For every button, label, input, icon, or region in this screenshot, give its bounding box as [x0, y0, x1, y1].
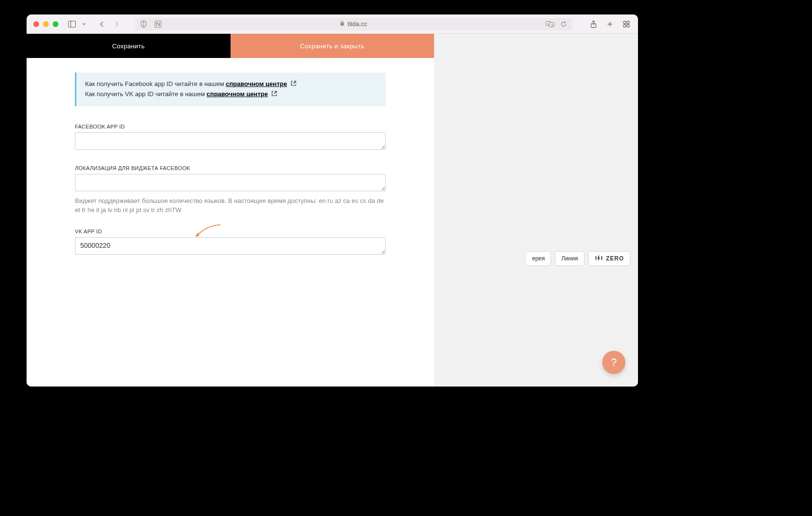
maximize-window-button[interactable]: [53, 21, 58, 27]
minimize-window-button[interactable]: [43, 21, 49, 27]
shield-icon[interactable]: [139, 19, 148, 29]
svg-line-17: [274, 91, 276, 94]
info-fb-prefix: Как получить Facebook app ID читайте в н…: [85, 80, 226, 87]
svg-rect-14: [624, 25, 626, 27]
translate-icon[interactable]: A文: [545, 19, 555, 29]
svg-rect-13: [627, 21, 629, 24]
vk-appid-input[interactable]: [75, 237, 386, 255]
info-box: Как получить Facebook app ID читайте в н…: [75, 72, 386, 106]
svg-line-16: [293, 81, 296, 84]
gallery-button[interactable]: ерея: [526, 251, 551, 266]
line-button[interactable]: Линия: [555, 251, 584, 266]
modal-body: Как получить Facebook app ID читайте в н…: [27, 58, 434, 285]
browser-toolbar: tilda.cc A文: [27, 14, 638, 34]
help-fab-label: ?: [611, 356, 617, 369]
window-controls: [33, 21, 58, 27]
svg-rect-15: [627, 25, 629, 27]
info-line-facebook: Как получить Facebook app ID читайте в н…: [85, 79, 377, 89]
save-button[interactable]: Сохранить: [27, 34, 231, 58]
info-vk-prefix: Как получить VK app ID читайте в нашем: [85, 90, 207, 98]
close-window-button[interactable]: [33, 21, 39, 27]
tab-overview-icon[interactable]: [622, 19, 631, 29]
save-and-close-button[interactable]: Сохранить и закрыть: [231, 34, 435, 58]
zero-block-button[interactable]: ZERO: [588, 251, 630, 266]
settings-modal: Сохранить Сохранить и закрыть Как получи…: [27, 34, 434, 387]
svg-text:文: 文: [551, 23, 554, 26]
help-link-vk[interactable]: справочном центре: [207, 90, 268, 98]
save-button-label: Сохранить: [112, 43, 145, 50]
info-line-vk: Как получить VK app ID читайте в нашем с…: [85, 89, 377, 100]
refresh-icon[interactable]: [559, 19, 568, 29]
line-button-label: Линия: [561, 255, 578, 262]
help-fab-button[interactable]: ?: [602, 351, 625, 374]
field-group-fb-appid: FACEBOOK APP ID: [75, 124, 386, 152]
gallery-button-label: ерея: [532, 255, 545, 262]
external-link-icon: [272, 89, 277, 100]
chevron-down-icon[interactable]: [82, 19, 87, 29]
zero-button-label: ZERO: [606, 255, 624, 262]
page-content: ерея Линия ZERO Сохранить Со: [27, 34, 638, 387]
modal-header: Сохранить Сохранить и закрыть: [27, 34, 434, 58]
external-link-icon: [291, 79, 296, 89]
help-link-facebook[interactable]: справочном центре: [226, 80, 287, 87]
url-text: tilda.cc: [348, 20, 367, 28]
browser-window: tilda.cc A文: [27, 14, 638, 387]
editor-canvas: ерея Линия ZERO: [434, 34, 638, 387]
block-widget-buttons: ерея Линия ZERO: [434, 251, 630, 266]
lock-icon: [340, 20, 345, 28]
sidebar-toggle-icon[interactable]: [67, 19, 77, 29]
lightning-icon: [594, 255, 603, 263]
new-tab-icon[interactable]: [605, 19, 615, 29]
back-button-icon[interactable]: [97, 19, 107, 29]
vk-appid-label: VK APP ID: [75, 229, 386, 234]
svg-rect-0: [69, 21, 76, 27]
svg-rect-12: [624, 21, 626, 24]
url-bar[interactable]: tilda.cc A文: [135, 18, 572, 30]
field-group-vk-appid: VK APP ID: [75, 229, 386, 257]
fb-locale-help-text: Виджет поддерживает большое количество я…: [75, 196, 386, 215]
share-icon[interactable]: [589, 19, 598, 29]
fb-locale-label: ЛОКАЛИЗАЦИЯ ДЛЯ ВИДЖЕТА FACEBOOK: [75, 165, 386, 171]
svg-rect-4: [341, 23, 344, 26]
save-and-close-button-label: Сохранить и закрыть: [300, 43, 364, 50]
fb-locale-input[interactable]: [75, 174, 386, 191]
forward-button-icon[interactable]: [112, 19, 121, 29]
svg-text:A: A: [548, 22, 550, 25]
field-group-fb-locale: ЛОКАЛИЗАЦИЯ ДЛЯ ВИДЖЕТА FACEBOOK Виджет …: [75, 165, 386, 215]
fb-appid-input[interactable]: [75, 132, 386, 150]
notion-extension-icon[interactable]: [153, 19, 163, 29]
fb-appid-label: FACEBOOK APP ID: [75, 124, 386, 129]
